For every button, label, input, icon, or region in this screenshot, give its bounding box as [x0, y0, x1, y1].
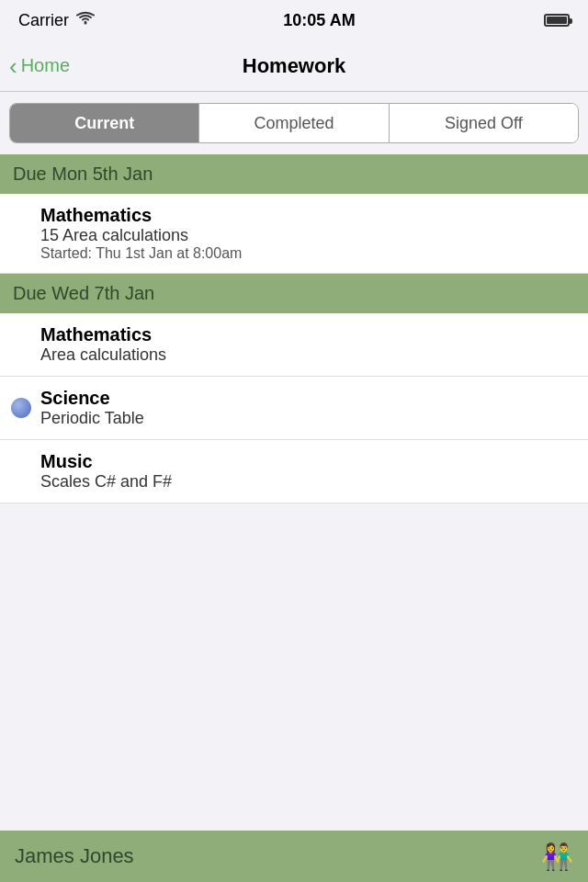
subject-label: Mathematics — [40, 324, 575, 345]
wifi-icon — [76, 11, 95, 30]
footer: James Jones 👫 — [0, 831, 588, 882]
back-label: Home — [21, 55, 70, 76]
tab-current[interactable]: Current — [10, 104, 199, 142]
section-header-2: Due Wed 7th Jan — [0, 274, 588, 313]
description-label: Scales C# and F# — [40, 472, 575, 492]
tab-completed[interactable]: Completed — [199, 104, 389, 142]
nav-bar: ‹ Home Homework — [0, 40, 588, 92]
status-indicator — [11, 398, 31, 418]
back-chevron-icon: ‹ — [9, 54, 17, 78]
subject-label: Mathematics — [40, 205, 575, 226]
homework-item[interactable]: Mathematics 15 Area calculations Started… — [0, 194, 588, 274]
tab-bar: Current Completed Signed Off — [9, 103, 579, 143]
section-header-1: Due Mon 5th Jan — [0, 154, 588, 194]
status-bar: Carrier 10:05 AM — [0, 0, 588, 40]
battery-icon — [544, 14, 570, 27]
back-button[interactable]: ‹ Home — [9, 54, 70, 78]
status-battery — [544, 14, 570, 27]
status-carrier: Carrier — [18, 11, 95, 30]
description-label: Periodic Table — [40, 409, 575, 428]
avatar: 👫 — [541, 842, 573, 872]
homework-item[interactable]: Music Scales C# and F# — [0, 440, 588, 503]
page-title: Homework — [243, 54, 345, 78]
description-label: Area calculations — [40, 345, 575, 365]
homework-item[interactable]: Mathematics Area calculations — [0, 313, 588, 377]
description-label: 15 Area calculations — [40, 226, 575, 245]
subject-label: Music — [40, 451, 575, 472]
homework-item[interactable]: Science Periodic Table — [0, 377, 588, 440]
meta-label: Started: Thu 1st Jan at 8:00am — [40, 245, 575, 262]
status-time: 10:05 AM — [283, 11, 355, 30]
carrier-label: Carrier — [18, 11, 69, 30]
svg-point-0 — [85, 21, 87, 24]
tab-signed-off[interactable]: Signed Off — [390, 104, 578, 142]
subject-label: Science — [40, 388, 575, 409]
user-name: James Jones — [15, 844, 134, 868]
